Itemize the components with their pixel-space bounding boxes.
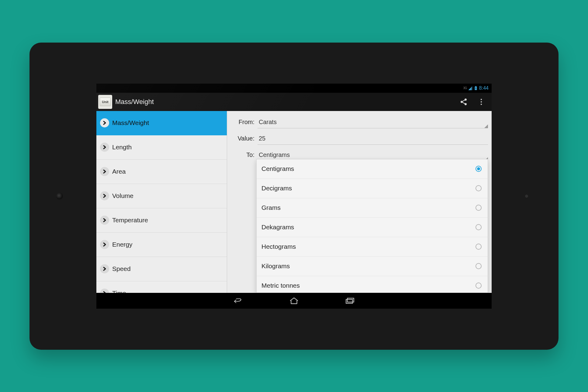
main-panel: From: Carats Value: 25 To: Centigrams (227, 111, 492, 293)
sidebar-item-label: Mass/Weight (112, 119, 149, 127)
radio-icon (476, 205, 482, 211)
tablet-power-button (525, 195, 528, 198)
svg-rect-1 (475, 86, 476, 87)
chevron-right-icon (100, 289, 109, 293)
from-unit-value: Carats (259, 119, 277, 126)
sidebar-item-label: Length (112, 144, 132, 151)
radio-icon (476, 244, 482, 250)
sidebar-item-label: Temperature (112, 217, 148, 224)
dropdown-option-dekagrams[interactable]: Dekagrams (257, 218, 488, 237)
radio-icon (476, 224, 482, 230)
overflow-icon (481, 99, 482, 105)
from-unit-spinner[interactable]: Carats (258, 116, 488, 128)
sidebar-item-label: Speed (112, 265, 131, 272)
signal-icon (468, 86, 472, 90)
action-bar: Unit Mass/Weight (96, 93, 492, 111)
sidebar-item-area[interactable]: Area (96, 160, 227, 184)
svg-point-4 (465, 103, 466, 105)
value-row: Value: 25 (233, 130, 488, 147)
sidebar-item-speed[interactable]: Speed (96, 257, 227, 281)
chevron-right-icon (100, 264, 109, 273)
tablet-camera (56, 193, 63, 199)
dropdown-option-centigrams[interactable]: Centigrams (257, 159, 488, 179)
value-input-text: 25 (259, 135, 265, 142)
chevron-right-icon (100, 191, 109, 200)
overflow-menu-button[interactable] (474, 95, 489, 109)
radio-icon (476, 263, 482, 269)
dropdown-option-kilograms[interactable]: Kilograms (257, 257, 488, 276)
dropdown-option-label: Grams (261, 204, 281, 211)
to-label: To: (233, 151, 254, 158)
radio-icon (476, 185, 482, 191)
value-label: Value: (233, 135, 254, 142)
dropdown-option-label: Decigrams (261, 185, 292, 192)
svg-line-6 (462, 102, 465, 104)
sidebar-item-time[interactable]: Time (96, 281, 227, 293)
dropdown-option-label: Metric tonnes (261, 282, 300, 289)
sidebar-item-label: Time (112, 290, 126, 293)
dropdown-option-metric-tonnes[interactable]: Metric tonnes (257, 276, 488, 293)
radio-icon (476, 283, 482, 289)
sidebar-item-label: Area (112, 168, 126, 175)
dropdown-option-decigrams[interactable]: Decigrams (257, 179, 488, 198)
dropdown-option-label: Centigrams (261, 165, 294, 172)
svg-point-3 (461, 101, 462, 102)
page-title: Mass/Weight (115, 98, 453, 106)
dropdown-option-label: Kilograms (261, 262, 290, 270)
svg-point-2 (465, 99, 466, 100)
category-sidebar: Mass/WeightLengthAreaVolumeTemperatureEn… (96, 111, 227, 293)
status-clock: 8:44 (479, 85, 489, 91)
sidebar-item-label: Volume (112, 192, 133, 199)
from-label: From: (233, 119, 254, 126)
sidebar-item-temperature[interactable]: Temperature (96, 208, 227, 233)
to-unit-dropdown: CentigramsDecigramsGramsDekagramsHectogr… (256, 159, 488, 293)
dropdown-option-grams[interactable]: Grams (257, 198, 488, 218)
tablet-frame: 3G 8:44 Unit Mass/Weight (29, 43, 559, 350)
radio-icon (476, 166, 482, 172)
app-icon[interactable]: Unit (98, 95, 112, 109)
network-indicator: 3G (463, 86, 467, 90)
nav-recent-button[interactable] (345, 296, 355, 305)
sidebar-item-mass-weight[interactable]: Mass/Weight (96, 111, 227, 135)
android-navbar (96, 293, 492, 309)
to-unit-value: Centigrams (259, 151, 290, 158)
chevron-right-icon (100, 143, 109, 152)
chevron-right-icon (100, 240, 109, 249)
dropdown-option-hectograms[interactable]: Hectograms (257, 237, 488, 257)
chevron-right-icon (100, 118, 109, 127)
nav-home-button[interactable] (289, 296, 299, 305)
dropdown-option-label: Hectograms (261, 243, 296, 250)
sidebar-item-label: Energy (112, 241, 133, 248)
sidebar-item-volume[interactable]: Volume (96, 184, 227, 208)
sidebar-item-energy[interactable]: Energy (96, 233, 227, 257)
nav-back-button[interactable] (233, 296, 243, 305)
chevron-right-icon (100, 167, 109, 176)
screen: 3G 8:44 Unit Mass/Weight (96, 84, 492, 309)
value-input[interactable]: 25 (258, 133, 488, 145)
dropdown-option-label: Dekagrams (261, 224, 294, 231)
battery-icon (474, 86, 477, 90)
app-icon-label: Unit (100, 98, 111, 106)
from-row: From: Carats (233, 114, 488, 130)
content-area: Mass/WeightLengthAreaVolumeTemperatureEn… (96, 111, 492, 293)
svg-line-5 (462, 100, 465, 101)
status-bar: 3G 8:44 (96, 84, 492, 93)
sidebar-item-length[interactable]: Length (96, 135, 227, 160)
share-button[interactable] (456, 95, 471, 109)
chevron-right-icon (100, 216, 109, 225)
